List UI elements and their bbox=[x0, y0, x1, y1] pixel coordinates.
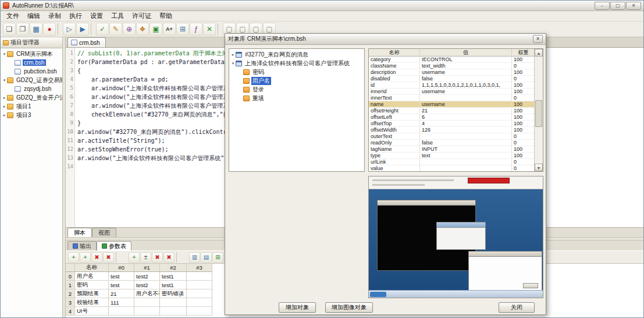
object-icon bbox=[236, 52, 242, 58]
edit-point-button[interactable]: ✎ bbox=[109, 23, 122, 36]
value[interactable]: value 0 bbox=[369, 165, 535, 172]
scroll-down-icon[interactable]: ▼ bbox=[535, 164, 543, 171]
offsetHeight[interactable]: offsetHeight 21 100 bbox=[369, 108, 535, 114]
menu-help[interactable]: 帮助 bbox=[155, 11, 176, 21]
save-button[interactable]: ▦ bbox=[30, 23, 42, 36]
add-image-object-button[interactable]: 增加图像对象 bbox=[325, 302, 373, 313]
innerText[interactable]: innerText 0 bbox=[369, 95, 535, 101]
close-button[interactable]: ✕ bbox=[626, 2, 641, 10]
tree-item[interactable]: zqsydj.bsh bbox=[1, 84, 62, 93]
tab-param-table[interactable]: 参数表 bbox=[97, 241, 131, 250]
minimize-button[interactable]: – bbox=[595, 2, 610, 10]
name[interactable]: name username 100 bbox=[369, 101, 535, 108]
tree-item[interactable]: crm.bsh bbox=[1, 58, 62, 67]
run-to-cursor-button[interactable]: ▶ bbox=[76, 23, 89, 36]
menu-edit[interactable]: 编辑 bbox=[23, 11, 44, 21]
param-table-button[interactable]: ⊞ bbox=[176, 23, 189, 36]
menu-record[interactable]: 录制 bbox=[44, 11, 65, 21]
tagName[interactable]: tagName INPUT 100 bbox=[369, 146, 535, 153]
record-button[interactable]: ● bbox=[43, 23, 56, 36]
column-header[interactable]: #1 bbox=[134, 264, 160, 272]
new-project-button[interactable]: ❏ bbox=[3, 23, 16, 36]
run-button[interactable]: ▷ bbox=[63, 23, 76, 36]
offsetLeft[interactable]: offsetLeft 6 100 bbox=[369, 114, 535, 121]
expander-icon: ▸ bbox=[230, 52, 236, 57]
property-scrollbar[interactable]: ▲ ▼ bbox=[534, 49, 543, 171]
project-explorer-header[interactable]: 项目管理器 bbox=[1, 37, 62, 48]
menu-settings[interactable]: 设置 bbox=[86, 11, 107, 21]
expander-icon: ▾ bbox=[2, 78, 7, 83]
object-tree-item[interactable]: 登录 bbox=[229, 85, 364, 94]
column-header[interactable]: 名称 bbox=[75, 264, 109, 272]
insert-row-button[interactable]: + bbox=[129, 252, 140, 263]
disabled[interactable]: disabled false 0 bbox=[369, 76, 535, 82]
tree-item[interactable]: ▸ 项目1 bbox=[1, 102, 62, 111]
delete-col-button[interactable]: ✖ bbox=[91, 252, 102, 263]
offsetTop[interactable]: offsetTop 4 100 bbox=[369, 121, 535, 127]
type[interactable]: type text 100 bbox=[369, 153, 535, 159]
tree-item-icon bbox=[15, 60, 21, 66]
readOnly[interactable]: readOnly false 0 bbox=[369, 140, 535, 146]
maximize-button[interactable]: ▢ bbox=[610, 2, 625, 10]
urlLink[interactable]: urlLink 0 bbox=[369, 159, 535, 165]
innerId[interactable]: innerId username 100 bbox=[369, 89, 535, 95]
tree-item-icon bbox=[7, 112, 13, 118]
insert-col-right-button[interactable]: + bbox=[80, 252, 91, 263]
insert-col-left-button[interactable]: + bbox=[68, 252, 79, 263]
clear-rows-button[interactable]: ✖ bbox=[163, 252, 175, 263]
prop-header-value[interactable]: 值 bbox=[420, 49, 512, 56]
dialog-close-button[interactable]: ✕ bbox=[533, 35, 543, 43]
open-project-button[interactable]: ❐ bbox=[16, 23, 29, 36]
clear-cols-button[interactable]: ✖ bbox=[103, 252, 114, 263]
scrollbar-thumb[interactable] bbox=[535, 100, 542, 127]
object-tree-item[interactable]: 密码 bbox=[229, 68, 364, 76]
clear-button[interactable]: ✕ bbox=[203, 23, 216, 36]
column-header[interactable]: #0 bbox=[109, 264, 134, 272]
copy-button[interactable]: ▥ bbox=[189, 252, 200, 263]
tree-item[interactable]: ▸ GDZQ_资金开户流程 bbox=[1, 93, 62, 102]
object-tree-item[interactable]: 重填 bbox=[229, 94, 364, 103]
toolbar-separator bbox=[176, 252, 187, 263]
menubar: 文件 编辑 录制 执行 设置 工具 许可证 帮助 bbox=[1, 11, 643, 22]
menu-file[interactable]: 文件 bbox=[2, 11, 23, 21]
menu-license[interactable]: 许可证 bbox=[128, 11, 155, 21]
import-button[interactable]: ⊞ bbox=[212, 252, 223, 263]
tab-output[interactable]: 输出 bbox=[67, 241, 97, 250]
object-tree-item[interactable]: ▸ #32770_来自网页的消息 bbox=[229, 50, 364, 59]
line-number: 5 bbox=[66, 84, 73, 93]
object-library-button[interactable]: ❖ bbox=[136, 23, 149, 36]
preview-desktop bbox=[369, 189, 543, 290]
close-dialog-button[interactable]: 关闭 bbox=[499, 302, 535, 313]
category[interactable]: category IECONTROL 100 bbox=[369, 56, 535, 63]
prop-header-weight[interactable]: 权重 bbox=[512, 49, 535, 56]
id[interactable]: id 1,1,1,5,1,0,3,0,1,2,1,0,1,1,0,3,0,1, … bbox=[369, 82, 535, 89]
add-object-button[interactable]: 增加对象 bbox=[279, 302, 316, 313]
font-increase-button[interactable]: A+ bbox=[163, 23, 176, 36]
editor-tab-crm[interactable]: crm.bsh bbox=[67, 37, 106, 47]
column-header[interactable]: #3 bbox=[187, 264, 212, 272]
outerText[interactable]: outerText 0 bbox=[369, 133, 535, 140]
column-header[interactable]: #2 bbox=[160, 264, 187, 272]
tree-item[interactable]: ▸ 项目3 bbox=[1, 111, 62, 119]
append-row-button[interactable]: ± bbox=[140, 252, 151, 263]
function-button[interactable]: ƒ bbox=[190, 23, 202, 36]
paste-button[interactable]: ▤ bbox=[201, 252, 212, 263]
tab-view[interactable]: 视图 bbox=[92, 228, 116, 237]
tree-item[interactable]: ▾ GDZQ_证券交易脚本链 bbox=[1, 76, 62, 84]
menu-tools[interactable]: 工具 bbox=[107, 11, 128, 21]
offsetWidth[interactable]: offsetWidth 126 100 bbox=[369, 127, 535, 133]
checkpoint-button[interactable]: ✓ bbox=[96, 23, 109, 36]
className[interactable]: className text_width 0 bbox=[369, 63, 535, 69]
object-spy-button[interactable]: ⊕ bbox=[123, 23, 136, 36]
tab-script[interactable]: 脚本 bbox=[67, 228, 92, 237]
description[interactable]: description username 100 bbox=[369, 69, 535, 76]
tree-item[interactable]: pubction.bsh bbox=[1, 67, 62, 76]
menu-run[interactable]: 执行 bbox=[65, 11, 86, 21]
prop-header-name[interactable]: 名称 bbox=[369, 49, 420, 56]
tree-item[interactable]: ▾ CRM演示脚本 bbox=[1, 50, 62, 58]
scroll-up-icon[interactable]: ▲ bbox=[535, 49, 543, 56]
image-check-button[interactable]: ▣ bbox=[150, 23, 162, 36]
object-tree-item[interactable]: 用户名 bbox=[229, 76, 364, 85]
object-tree-item[interactable]: ▾ 上海泽众软件科技有限公司客户管理系统 bbox=[229, 59, 364, 68]
delete-row-button[interactable]: ✖ bbox=[152, 252, 163, 263]
